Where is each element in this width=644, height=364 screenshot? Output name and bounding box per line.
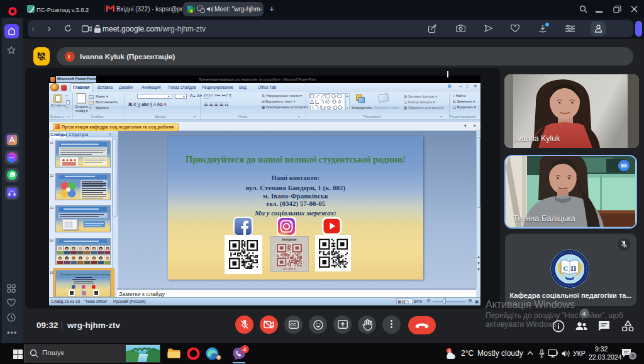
svg-text:С: С xyxy=(563,264,568,272)
svg-text:П: П xyxy=(571,264,577,272)
svg-text:CC: CC xyxy=(290,322,296,327)
